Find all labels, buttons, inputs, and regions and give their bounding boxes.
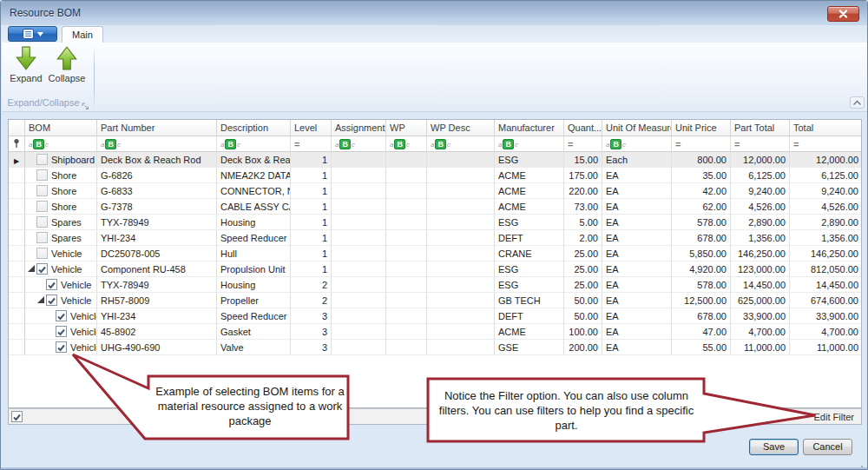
cell-quantity[interactable]: 15.00 <box>564 152 602 168</box>
cell-wp_desc[interactable] <box>427 308 495 324</box>
cell-part_number[interactable]: YHI-234 <box>97 308 217 324</box>
collapse-ribbon-button[interactable] <box>850 96 865 109</box>
cell-wp_desc[interactable] <box>427 261 495 277</box>
cell-uom[interactable]: EA <box>602 230 672 246</box>
cell-uom[interactable]: EA <box>602 183 672 199</box>
cell-uom[interactable]: EA <box>602 324 672 340</box>
cell-total[interactable]: 33,900.00 <box>790 308 862 324</box>
cell-total[interactable]: 11,000.00 <box>790 340 862 355</box>
cell-manufacturer[interactable]: ESG <box>495 152 564 168</box>
cell-level[interactable]: 1 <box>291 199 332 215</box>
cell-assignment[interactable] <box>332 293 386 308</box>
cell-quantity[interactable]: 175.00 <box>564 168 602 183</box>
column-header-wp[interactable]: WP <box>386 120 427 136</box>
cell-quantity[interactable]: 220.00 <box>564 183 602 199</box>
cell-wp[interactable] <box>386 168 427 183</box>
cell-unit_price[interactable]: 5,850.00 <box>672 246 731 261</box>
cell-unit_price[interactable]: 62.00 <box>672 199 731 215</box>
column-header-part_total[interactable]: Part Total <box>731 120 790 136</box>
close-button[interactable] <box>827 6 859 22</box>
cell-wp[interactable] <box>386 324 427 340</box>
bom-checkbox[interactable] <box>56 341 67 353</box>
cell-unit_price[interactable]: 35.00 <box>672 168 731 183</box>
cell-manufacturer[interactable]: DEFT <box>495 308 564 324</box>
cell-bom[interactable]: Vehicle <box>25 261 97 277</box>
cell-description[interactable]: Housing <box>217 215 291 230</box>
cell-quantity[interactable]: 73.00 <box>564 199 602 215</box>
cell-unit_price[interactable]: 678.00 <box>672 308 731 324</box>
cell-level[interactable]: 1 <box>291 168 332 183</box>
filter-cell-description[interactable]: aBc <box>217 136 291 152</box>
cell-level[interactable]: 1 <box>291 183 332 199</box>
column-header-level[interactable]: Level <box>291 120 332 136</box>
cell-total[interactable]: 1,356.00 <box>790 230 862 246</box>
bom-checkbox[interactable] <box>36 169 48 181</box>
cell-part_total[interactable]: 12,000.00 <box>731 152 790 168</box>
cell-level[interactable]: 1 <box>291 261 332 277</box>
filter-cell-manufacturer[interactable]: aBc <box>495 136 564 152</box>
cell-uom[interactable]: EA <box>602 293 672 308</box>
cell-description[interactable]: CABLE ASSY CA... <box>217 199 291 215</box>
cell-assignment[interactable] <box>332 246 386 261</box>
cell-manufacturer[interactable]: ACME <box>495 199 564 215</box>
cell-assignment[interactable] <box>332 261 386 277</box>
bom-checkbox[interactable] <box>36 154 48 165</box>
cell-assignment[interactable] <box>332 183 386 199</box>
bom-checkbox[interactable] <box>56 310 67 321</box>
cell-bom[interactable]: Vehicle <box>25 340 97 355</box>
save-button[interactable]: Save <box>749 439 799 455</box>
bom-checkbox[interactable] <box>56 326 67 337</box>
cell-description[interactable]: NMEA2K2 DATA ... <box>217 168 291 183</box>
filter-cell-assignment[interactable]: aBc <box>332 136 386 152</box>
cell-description[interactable]: Housing <box>217 277 291 293</box>
cell-wp_desc[interactable] <box>427 183 495 199</box>
cell-description[interactable]: Hull <box>217 246 291 261</box>
cell-wp[interactable] <box>386 230 427 246</box>
cell-unit_price[interactable]: 4,920.00 <box>672 261 731 277</box>
cell-wp[interactable] <box>386 152 427 168</box>
cell-assignment[interactable] <box>332 215 386 230</box>
cancel-button[interactable]: Cancel <box>803 439 852 455</box>
cell-part_number[interactable]: G-6833 <box>97 183 217 199</box>
cell-quantity[interactable]: 25.00 <box>564 246 602 261</box>
cell-unit_price[interactable]: 800.00 <box>672 152 731 168</box>
cell-quantity[interactable]: 200.00 <box>564 340 602 355</box>
cell-wp[interactable] <box>386 308 427 324</box>
filter-cell-wp_desc[interactable]: aBc <box>427 136 495 152</box>
cell-wp_desc[interactable] <box>427 168 495 183</box>
cell-uom[interactable]: EA <box>602 340 672 355</box>
cell-manufacturer[interactable]: ESG <box>495 277 564 293</box>
bom-checkbox[interactable] <box>46 279 57 290</box>
cell-total[interactable]: 4,526.00 <box>790 199 862 215</box>
bom-checkbox[interactable] <box>46 295 57 306</box>
cell-assignment[interactable] <box>332 230 386 246</box>
cell-description[interactable]: Speed Reducer <box>217 230 291 246</box>
cell-quantity[interactable]: 100.00 <box>564 324 602 340</box>
cell-unit_price[interactable]: 55.00 <box>672 340 731 355</box>
column-header-description[interactable]: Description <box>217 120 291 136</box>
resize-grip[interactable] <box>855 460 864 470</box>
column-header-uom[interactable]: Unit Of Measure <box>602 120 672 136</box>
bom-checkbox[interactable] <box>36 232 48 243</box>
cell-wp[interactable] <box>386 199 427 215</box>
cell-description[interactable]: Gasket <box>217 324 291 340</box>
cell-part_total[interactable]: 6,125.00 <box>731 168 790 183</box>
cell-assignment[interactable] <box>332 308 386 324</box>
cell-unit_price[interactable]: 47.00 <box>672 324 731 340</box>
cell-wp_desc[interactable] <box>427 293 495 308</box>
column-header-total[interactable]: Total <box>790 120 862 136</box>
cell-part_number[interactable]: UHG-490-690 <box>97 340 217 355</box>
cell-total[interactable]: 146,250.00 <box>790 246 862 261</box>
cell-unit_price[interactable]: 578.00 <box>672 215 731 230</box>
column-header-quantity[interactable]: Quant... <box>564 120 602 136</box>
cell-unit_price[interactable]: 12,500.00 <box>672 293 731 308</box>
bom-checkbox[interactable] <box>36 201 48 212</box>
cell-part_total[interactable]: 11,000.00 <box>731 340 790 355</box>
cell-wp[interactable] <box>386 183 427 199</box>
cell-manufacturer[interactable]: ACME <box>495 183 564 199</box>
cell-wp_desc[interactable] <box>427 246 495 261</box>
filter-cell-wp[interactable]: aBc <box>386 136 427 152</box>
bom-checkbox[interactable] <box>36 185 48 196</box>
cell-part_total[interactable]: 1,356.00 <box>731 230 790 246</box>
cell-manufacturer[interactable]: CRANE <box>495 246 564 261</box>
